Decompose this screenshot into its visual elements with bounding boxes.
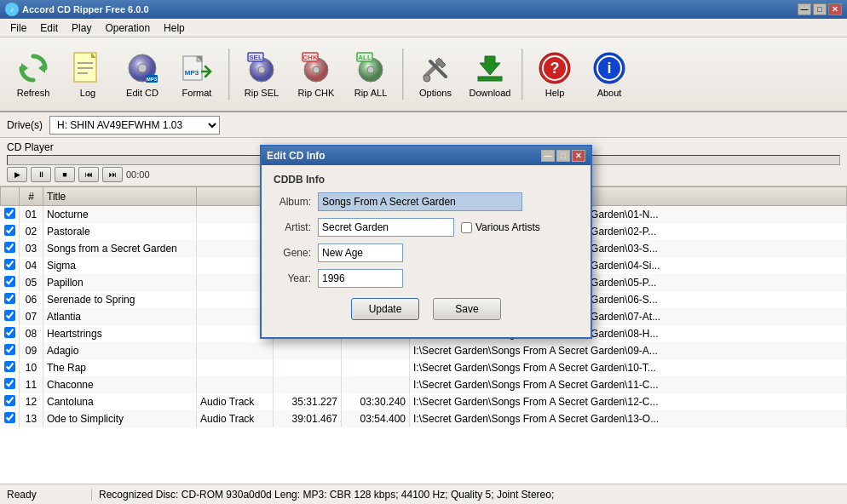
log-button[interactable]: Log xyxy=(61,41,114,107)
row-check[interactable] xyxy=(1,342,20,359)
row-check[interactable] xyxy=(1,325,20,342)
edit-cd-label: Edit CD xyxy=(126,88,158,98)
cddb-info-label: CDDB Info xyxy=(274,174,579,186)
format-button[interactable]: MP3 Format xyxy=(170,41,223,107)
row-title: Pastorale xyxy=(43,223,197,240)
artist-input[interactable] xyxy=(318,218,454,237)
svg-text:MP3: MP3 xyxy=(147,77,158,82)
row-check[interactable] xyxy=(1,257,20,274)
edit-cd-button[interactable]: MP3 Edit CD xyxy=(116,41,169,107)
genre-row: Gene: xyxy=(274,243,579,262)
rip-sel-icon: SEL xyxy=(244,50,279,86)
title-bar-buttons: — □ ✕ xyxy=(798,3,842,15)
title-bar: ♪ Accord CD Ripper Free 6.0.0 — □ ✕ xyxy=(0,0,847,19)
edit-cd-dialog: Edit CD Info — □ ✕ CDDB Info Album: Arti… xyxy=(260,145,592,339)
row-check[interactable] xyxy=(1,291,20,308)
app-icon: ♪ xyxy=(5,3,19,16)
row-type xyxy=(197,376,274,393)
year-input[interactable] xyxy=(318,269,403,288)
refresh-button[interactable]: Refresh xyxy=(7,41,60,107)
various-artists-checkbox[interactable] xyxy=(461,222,472,233)
genre-label: Gene: xyxy=(274,247,318,259)
row-check[interactable] xyxy=(1,223,20,240)
app-title: Accord CD Ripper Free 6.0.0 xyxy=(22,4,149,14)
drive-select[interactable]: H: SHIN AV49EFWHM 1.03 xyxy=(49,116,220,135)
row-duration xyxy=(274,342,342,359)
svg-text:ALL: ALL xyxy=(358,54,372,61)
drive-label: Drive(s) xyxy=(7,119,43,131)
album-label: Album: xyxy=(274,196,318,208)
artist-row: Artist: Various Artists xyxy=(274,218,579,237)
status-info: Recognized Disc: CD-ROM 930a0d0d Leng: M… xyxy=(92,489,840,501)
stop-button[interactable]: ■ xyxy=(55,167,75,182)
year-row: Year: xyxy=(274,269,579,288)
row-check[interactable] xyxy=(1,393,20,410)
row-duration: 39:01.467 xyxy=(274,410,342,427)
row-check[interactable] xyxy=(1,359,20,376)
save-button[interactable]: Save xyxy=(433,298,501,320)
download-icon xyxy=(472,50,508,86)
menu-edit[interactable]: Edit xyxy=(33,20,65,36)
minimize-button[interactable]: — xyxy=(798,3,811,15)
table-row: 13 Ode to Simplicity Audio Track 39:01.4… xyxy=(1,410,847,427)
log-label: Log xyxy=(80,88,95,98)
rip-chk-button[interactable]: CHK Rip CHK xyxy=(290,41,343,107)
row-check[interactable] xyxy=(1,410,20,427)
row-check[interactable] xyxy=(1,308,20,325)
row-check[interactable] xyxy=(1,376,20,393)
pause-button[interactable]: ⏸ xyxy=(31,167,51,182)
prev-button[interactable]: ⏮ xyxy=(78,167,99,182)
dialog-body: CDDB Info Album: Artist: Various Artists… xyxy=(262,165,591,337)
download-button[interactable]: Download xyxy=(464,41,516,107)
menu-play[interactable]: Play xyxy=(65,20,98,36)
row-size: 03:54.400 xyxy=(342,410,410,427)
about-button[interactable]: i About xyxy=(583,41,636,107)
svg-text:SEL: SEL xyxy=(249,54,262,61)
drive-bar: Drive(s) H: SHIN AV49EFWHM 1.03 xyxy=(0,112,847,138)
options-label: Options xyxy=(419,88,452,98)
refresh-icon xyxy=(15,50,51,86)
row-type xyxy=(197,359,274,376)
close-button[interactable]: ✕ xyxy=(828,3,842,15)
row-title: Papillon xyxy=(43,274,197,291)
next-button[interactable]: ⏭ xyxy=(102,167,123,182)
play-button[interactable]: ▶ xyxy=(7,167,27,182)
row-check[interactable] xyxy=(1,274,20,291)
rip-chk-icon: CHK xyxy=(298,50,334,86)
row-type xyxy=(197,342,274,359)
rip-all-button[interactable]: ALL Rip ALL xyxy=(344,41,397,107)
row-title: Sigma xyxy=(43,257,197,274)
update-button[interactable]: Update xyxy=(351,298,419,320)
svg-marker-0 xyxy=(38,63,45,73)
row-num: 11 xyxy=(20,376,43,393)
row-num: 04 xyxy=(20,257,43,274)
options-button[interactable]: Options xyxy=(409,41,462,107)
rip-sel-button[interactable]: SEL Rip SEL xyxy=(235,41,288,107)
album-input[interactable] xyxy=(318,192,522,211)
year-label: Year: xyxy=(274,272,318,284)
col-num: # xyxy=(20,187,43,206)
row-title: The Rap xyxy=(43,359,197,376)
dialog-close-button[interactable]: ✕ xyxy=(572,150,585,162)
svg-point-28 xyxy=(424,75,430,82)
row-title: Cantoluna xyxy=(43,393,197,410)
menu-help[interactable]: Help xyxy=(157,20,192,36)
row-num: 09 xyxy=(20,342,43,359)
row-size: 03:30.240 xyxy=(342,393,410,410)
row-title: Chaconne xyxy=(43,376,197,393)
dialog-minimize-button[interactable]: — xyxy=(541,150,555,162)
svg-point-17 xyxy=(258,66,265,73)
row-check[interactable] xyxy=(1,206,20,223)
dialog-maximize-button[interactable]: □ xyxy=(556,150,570,162)
options-icon xyxy=(418,50,453,86)
genre-input[interactable] xyxy=(318,243,403,262)
menu-operation[interactable]: Operation xyxy=(98,20,157,36)
menu-file[interactable]: File xyxy=(3,20,33,36)
dialog-buttons: Update Save xyxy=(274,298,579,329)
row-check[interactable] xyxy=(1,240,20,257)
table-row: 12 Cantoluna Audio Track 35:31.227 03:30… xyxy=(1,393,847,410)
help-button[interactable]: ? Help xyxy=(528,41,581,107)
maximize-button[interactable]: □ xyxy=(813,3,827,15)
status-bar: Ready Recognized Disc: CD-ROM 930a0d0d L… xyxy=(0,484,847,504)
table-row: 10 The Rap I:\Secret Garden\Songs From A… xyxy=(1,359,847,376)
